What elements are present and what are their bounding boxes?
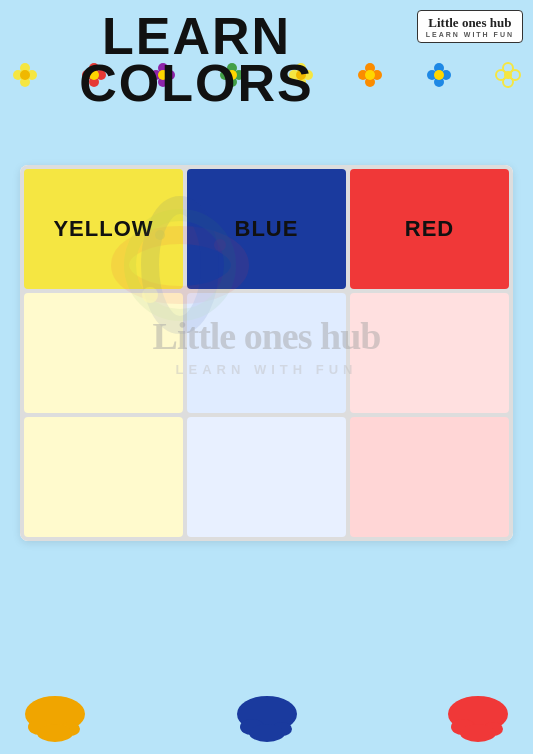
grid-cell-empty: [187, 293, 346, 413]
svg-point-57: [460, 724, 496, 742]
blob-blue: [232, 689, 302, 744]
flower-icon-7: [424, 60, 454, 90]
svg-point-53: [249, 724, 285, 742]
logo-box: Little ones hub LEARN WITH FUN: [417, 10, 523, 43]
blob-container: [0, 689, 533, 744]
grid-cell-blue: BLUE: [187, 169, 346, 289]
svg-point-39: [504, 71, 512, 79]
grid-cell-red: RED: [350, 169, 509, 289]
color-grid-container: YELLOWBLUERED: [20, 165, 513, 541]
flower-icon-8: [493, 60, 523, 90]
color-grid: YELLOWBLUERED: [20, 165, 513, 541]
grid-cell-empty: [350, 417, 509, 537]
title-colors: COLORS: [20, 57, 373, 109]
logo-subtitle: LEARN WITH FUN: [426, 31, 514, 38]
grid-cell-empty: [24, 293, 183, 413]
title-container: LEARN COLORS: [20, 10, 373, 109]
logo-title: Little ones hub: [426, 15, 514, 31]
blob-yellow: [20, 689, 90, 744]
blob-red: [443, 689, 513, 744]
grid-cell-empty: [187, 417, 346, 537]
grid-cell-yellow: YELLOW: [24, 169, 183, 289]
grid-cell-empty: [350, 293, 509, 413]
grid-cell-empty: [24, 417, 183, 537]
svg-point-34: [434, 70, 444, 80]
svg-point-49: [37, 724, 73, 742]
